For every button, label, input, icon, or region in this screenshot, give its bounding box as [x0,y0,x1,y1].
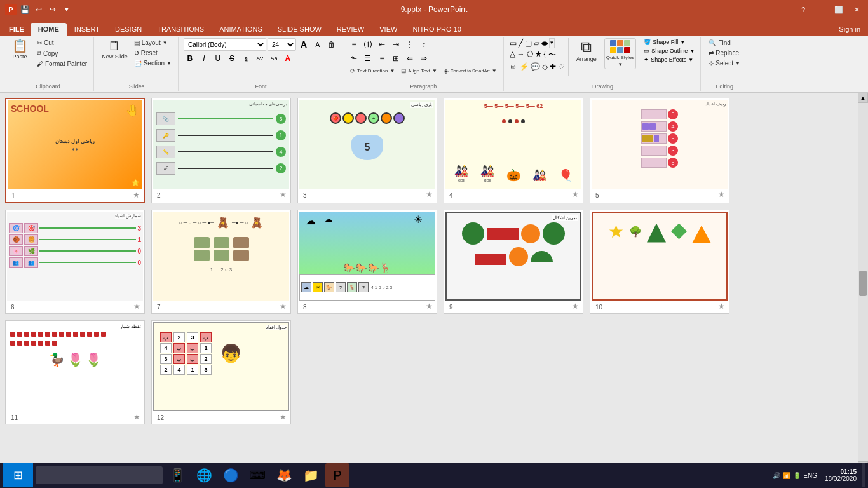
slide-thumb-9[interactable]: تمرین اشکال [444,210,583,314]
shape-parallelogram-icon[interactable]: ▱ [533,38,540,48]
shape-arrow-icon[interactable]: → [517,49,526,61]
redo-icon[interactable]: ↪ [47,4,58,15]
start-button[interactable]: ⊞ [3,463,33,487]
rtl-button[interactable]: ⇐ [403,52,416,65]
taskbar-powerpoint[interactable]: P [325,463,349,487]
slide-thumb-5[interactable]: ردیف اعداد 5 [590,98,729,203]
layout-button[interactable]: ▤ Layout ▼ [132,38,174,48]
cut-button[interactable]: ✂ Cut [34,38,90,48]
ltr-button[interactable]: ⇒ [417,52,430,65]
copy-button[interactable]: ⧉ Copy [34,48,90,58]
tab-insert[interactable]: INSERT [67,23,107,36]
align-text-button[interactable]: ⊟ Align Text ▼ [398,66,439,76]
customize-icon[interactable]: ▼ [61,4,72,15]
increase-font-button[interactable]: A [297,38,310,51]
columns-button[interactable]: ⋮ [403,38,416,51]
tab-home[interactable]: HOME [31,23,67,36]
line-spacing-button[interactable]: ↕ [417,38,430,51]
align-center-button[interactable]: ☰ [362,52,374,65]
find-button[interactable]: 🔍 Find [706,38,743,48]
justify-button[interactable]: ⊞ [390,52,402,65]
scroll-thumb[interactable] [859,271,867,296]
bullets-button[interactable]: ≡ [348,38,360,51]
slide-thumb-11[interactable]: نقطه شمار [5,320,145,424]
slide-thumb-4[interactable]: 5— 5— 5— 5— 5— 62 🎎 doll 🎎 doll [444,98,583,203]
taskbar-ie[interactable]: 🌐 [192,463,216,487]
tab-design[interactable]: DESIGN [107,23,149,36]
decrease-indent-button[interactable]: ⇤ [376,38,388,51]
minimize-btn[interactable]: ─ [815,3,827,16]
shape-diamond-icon[interactable]: ◇ [541,62,548,72]
slide-thumb-12[interactable]: جدول اعداد ‎پ 2 3 ‎پ 4 ‎پ ‎پ 1 3 ‎پ ‎پ [151,320,291,424]
tab-review[interactable]: REVIEW [329,23,372,36]
shape-callout-icon[interactable]: 💬 [530,62,541,72]
shape-line-icon[interactable]: ╱ [518,38,524,48]
shape-more-icon[interactable]: ▾ [549,38,555,48]
decrease-font-button[interactable]: A [311,38,324,51]
format-painter-button[interactable]: 🖌 Format Painter [34,59,90,69]
tab-view[interactable]: VIEW [372,23,405,36]
restore-btn[interactable]: ⬜ [832,3,845,16]
shape-cross-icon[interactable]: ✚ [549,62,557,72]
tab-transitions[interactable]: TRANSITIONS [149,23,212,36]
taskbar-firefox[interactable]: 🦊 [272,463,296,487]
scroll-up-btn[interactable]: ▲ [858,93,868,103]
taskbar-keyboard[interactable]: ⌨ [245,463,269,487]
new-slide-button[interactable]: 🗒 New Slide [99,38,130,61]
reset-button[interactable]: ↺ Reset [132,48,174,58]
bold-button[interactable]: B [184,52,196,65]
clear-format-button[interactable]: 🗑 [325,38,338,51]
help-btn[interactable]: ? [797,3,810,16]
select-button[interactable]: ⊹ Select ▼ [706,58,743,68]
slide-thumb-6[interactable]: شمارش اشیاء 🌀 🎯 3 🏀 🍔 1 [5,210,145,314]
align-right-button[interactable]: ≡ [376,52,388,65]
text-direction-button[interactable]: ⟳ Text Direction ▼ [348,66,397,76]
shape-heart-icon[interactable]: ♡ [557,62,566,72]
shape-outline-button[interactable]: ▭ Shape Outline ▼ [642,47,696,55]
arrange-button[interactable]: ⧉ Arrange [571,38,602,64]
sign-in-btn[interactable]: Sign in [834,23,865,36]
italic-button[interactable]: I [198,52,210,65]
shape-rounded-icon[interactable]: ▢ [524,38,532,48]
shape-triangle-icon[interactable]: △ [509,49,516,61]
font-size-select[interactable]: 24 [268,38,296,51]
undo-icon[interactable]: ↩ [33,4,44,15]
shape-oval-icon[interactable]: ⬬ [541,38,548,48]
shape-effects-button[interactable]: ✦ Shape Effects ▼ [642,56,696,64]
strikethrough-button[interactable]: S [226,52,238,65]
numbering-button[interactable]: ⑴ [362,38,374,51]
taskbar-telegram[interactable]: 📱 [165,463,189,487]
slide-thumb-3[interactable]: بازی ریاضی 🍎 + 5 🐍 3 [297,98,437,203]
slide-panel[interactable]: 🤚 SCHOOL رياضى اول دبستان ♦ ♦ ⭐ 1 ★ برسی… [0,93,858,471]
paste-button[interactable]: 📋 Paste [6,38,33,61]
shape-lightning-icon[interactable]: ⚡ [519,62,529,72]
slide-thumb-7[interactable]: ○ ─ ○ ─ ○ ─ ●─ 🧸 ─● ─ ○ 🧸 [151,210,291,314]
shadow-button[interactable]: s [240,52,252,65]
shape-star5-icon[interactable]: ★ [534,49,543,61]
increase-indent-button[interactable]: ⇥ [390,38,402,51]
show-desktop-btn[interactable] [862,463,865,487]
slide-thumb-10[interactable]: ★ 🌳 10 ★ [590,210,729,314]
slide-thumb-8[interactable]: ☁ ☁ ☀ 🐎 🐎 🐎 🦌 ☁ ☀ 🐎 ? 🦌 ? [297,210,437,314]
taskbar-notifications[interactable]: 🔊 📶 🔋 ENG [770,472,820,479]
shape-fill-button[interactable]: 🪣 Shape Fill ▼ [642,38,696,46]
char-spacing-button[interactable]: AV [254,52,266,65]
close-btn[interactable]: ✕ [850,3,863,16]
font-family-select[interactable]: Calibri (Body) [184,38,266,51]
tab-slideshow[interactable]: SLIDE SHOW [270,23,329,36]
slide-thumb-1[interactable]: 🤚 SCHOOL رياضى اول دبستان ♦ ♦ ⭐ 1 ★ [5,98,145,203]
slide-thumb-2[interactable]: برسی‌های محاسباتی 📎 3 🔑 1 📏 [151,98,291,203]
font-color-button[interactable]: A [281,52,294,65]
taskbar-browser[interactable]: 🔵 [219,463,243,487]
section-button[interactable]: 📑 Section ▼ [132,58,174,68]
shape-smiley-icon[interactable]: ☺ [509,62,518,72]
shape-wave-icon[interactable]: 〜 [548,49,557,61]
replace-button[interactable]: ⇄ Replace [706,48,743,58]
change-case-button[interactable]: Aa [268,52,280,65]
save-icon[interactable]: 💾 [19,4,31,15]
align-left-button[interactable]: ⬑ [348,52,360,65]
shape-bracket-icon[interactable]: { [543,49,547,61]
convert-smartart-button[interactable]: ◈ Convert to SmartArt ▼ [441,66,499,76]
side-scrollbar[interactable]: ▲ ▼ [858,93,868,471]
taskbar-search[interactable] [36,466,163,484]
